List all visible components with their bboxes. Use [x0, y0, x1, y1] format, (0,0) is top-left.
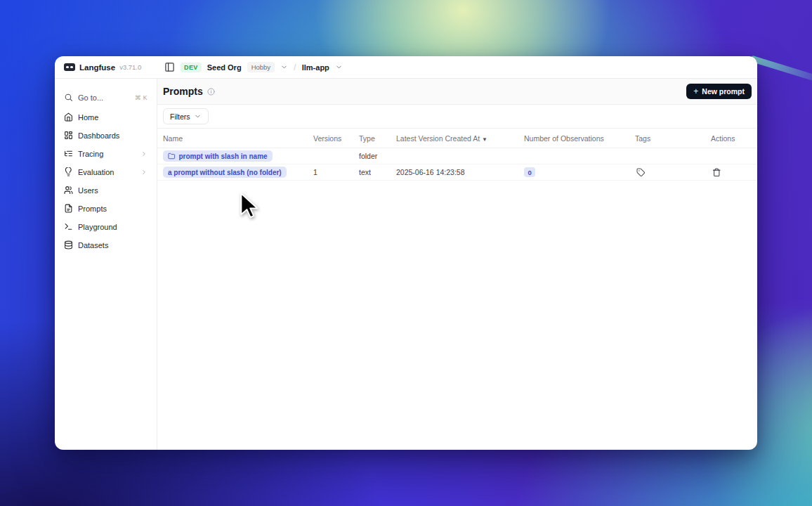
- column-header-name[interactable]: Name: [157, 134, 313, 143]
- prompt-name: prompt with slash in name: [179, 153, 268, 160]
- filters-button[interactable]: Filters: [163, 108, 209, 124]
- sidebar-item-label: Home: [78, 113, 98, 122]
- langfuse-app-window: Langfuse v3.71.0 DEV Seed Org Hobby / ll…: [55, 56, 757, 450]
- sidebar-item-label: Prompts: [78, 205, 107, 213]
- sidebar-item-home[interactable]: Home: [60, 108, 151, 126]
- chevron-right-icon: [140, 169, 148, 176]
- mouse-cursor: [240, 193, 261, 219]
- top-bar: Langfuse v3.71.0 DEV Seed Org Hobby / ll…: [55, 56, 757, 79]
- column-header-actions: Actions: [708, 134, 757, 143]
- users-icon: [64, 186, 73, 195]
- sidebar-item-evaluation[interactable]: Evaluation: [60, 163, 151, 181]
- brand-name: Langfuse: [79, 63, 115, 72]
- sidebar: Go to... ⌘ K Home Dashboards Tracing: [55, 79, 157, 450]
- column-header-versions[interactable]: Versions: [313, 134, 359, 143]
- filters-label: Filters: [170, 112, 190, 121]
- delete-prompt-button[interactable]: [711, 167, 723, 179]
- info-icon[interactable]: [207, 88, 215, 96]
- project-chevron-down-icon[interactable]: [335, 63, 343, 71]
- search-icon: [64, 93, 73, 102]
- datasets-icon: [64, 240, 73, 249]
- org-chevron-down-icon[interactable]: [280, 63, 288, 71]
- org-name[interactable]: Seed Org: [207, 63, 242, 72]
- prompts-icon: [64, 204, 73, 213]
- env-badge: DEV: [181, 63, 202, 72]
- evaluation-icon: [64, 167, 73, 176]
- plan-badge: Hobby: [247, 62, 275, 72]
- table-header: Name Versions Type Latest Version Create…: [157, 128, 757, 148]
- prompt-name: a prompt without slash (no folder): [168, 169, 282, 176]
- main-content: Prompts + New prompt Filters Nam: [157, 79, 757, 450]
- breadcrumb-separator: /: [294, 62, 296, 72]
- wallpaper-streak: [749, 56, 812, 86]
- sidebar-item-label: Evaluation: [78, 168, 114, 176]
- sidebar-item-dashboards[interactable]: Dashboards: [60, 126, 151, 144]
- sidebar-item-label: Datasets: [78, 241, 108, 249]
- sidebar-item-label: Dashboards: [78, 131, 119, 140]
- observations-count-badge: 0: [524, 167, 535, 177]
- cell-latest: 2025-06-16 14:23:58: [396, 168, 524, 176]
- home-icon: [64, 112, 73, 122]
- column-header-tags[interactable]: Tags: [633, 134, 708, 143]
- trash-icon: [712, 168, 721, 177]
- page-header: Prompts + New prompt: [157, 79, 757, 105]
- sidebar-item-users[interactable]: Users: [60, 181, 151, 199]
- tracing-icon: [64, 149, 73, 158]
- cell-type: folder: [359, 152, 396, 160]
- sidebar-item-tracing[interactable]: Tracing: [60, 145, 151, 162]
- cell-versions: 1: [313, 168, 359, 176]
- sidebar-toggle-icon[interactable]: [164, 62, 175, 72]
- sidebar-item-label: Tracing: [78, 150, 103, 158]
- sidebar-item-label: Playground: [78, 223, 117, 231]
- new-prompt-button[interactable]: + New prompt: [686, 84, 752, 99]
- chevron-down-icon: [194, 112, 202, 120]
- prompt-link[interactable]: a prompt without slash (no folder): [163, 167, 287, 178]
- table-row[interactable]: prompt with slash in name folder: [157, 148, 757, 164]
- goto-label: Go to...: [78, 93, 103, 102]
- column-header-latest-label: Latest Version Created At: [396, 134, 480, 143]
- playground-icon: [64, 222, 73, 231]
- langfuse-logo-icon: [64, 63, 75, 71]
- topbar-breadcrumb: DEV Seed Org Hobby / llm-app: [158, 62, 343, 72]
- folder-icon: [168, 153, 176, 160]
- app-version: v3.71.0: [119, 63, 141, 71]
- sidebar-item-datasets[interactable]: Datasets: [60, 236, 151, 254]
- sort-desc-icon: ▼: [482, 136, 487, 143]
- goto-shortcut: ⌘ K: [135, 94, 148, 101]
- page-title: Prompts: [163, 86, 203, 97]
- sidebar-item-prompts[interactable]: Prompts: [60, 200, 151, 217]
- project-name[interactable]: llm-app: [302, 63, 329, 72]
- new-prompt-label: New prompt: [702, 87, 745, 96]
- sidebar-item-playground[interactable]: Playground: [60, 218, 151, 235]
- sidebar-item-label: Users: [78, 186, 98, 195]
- prompt-folder-link[interactable]: prompt with slash in name: [163, 150, 273, 162]
- column-header-type[interactable]: Type: [359, 134, 396, 143]
- tag-icon: [636, 168, 646, 177]
- column-header-observations[interactable]: Number of Observations: [524, 134, 633, 143]
- table-row[interactable]: a prompt without slash (no folder) 1 tex…: [157, 164, 757, 181]
- cell-type: text: [359, 168, 396, 176]
- dashboards-icon: [64, 131, 73, 140]
- add-tag-button[interactable]: [635, 167, 647, 179]
- brand-area: Langfuse v3.71.0: [55, 63, 158, 72]
- plus-icon: +: [693, 87, 698, 96]
- goto-search[interactable]: Go to... ⌘ K: [60, 89, 151, 106]
- column-header-latest-version[interactable]: Latest Version Created At▼: [396, 134, 524, 143]
- chevron-right-icon: [140, 150, 148, 157]
- filters-row: Filters: [157, 105, 757, 128]
